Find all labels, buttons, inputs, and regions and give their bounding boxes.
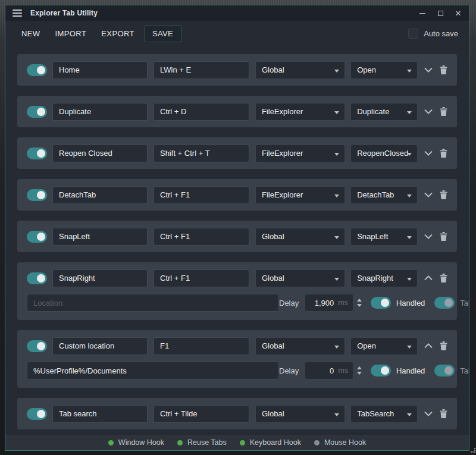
resize-grip-icon[interactable]: [471, 448, 475, 453]
new-button[interactable]: NEW: [16, 26, 46, 42]
location-input[interactable]: [27, 362, 279, 379]
spin-up-icon[interactable]: [357, 299, 362, 302]
expand-chevron-icon[interactable]: [424, 234, 433, 239]
scope-dropdown[interactable]: Global: [255, 61, 345, 79]
app-window: Explorer Tab Utility ✕ NEW IMPORT EXPORT…: [5, 5, 469, 451]
enabled-toggle[interactable]: [27, 64, 47, 76]
action-dropdown[interactable]: DetachTab: [350, 186, 418, 204]
expand-chevron-icon[interactable]: [424, 343, 433, 349]
hotkey-input[interactable]: [154, 186, 249, 204]
hotkey-input[interactable]: [154, 337, 249, 355]
caret-down-icon: [407, 346, 412, 349]
caret-down-icon: [334, 153, 339, 156]
status-label: Keyboard Hook: [250, 438, 301, 447]
trash-icon[interactable]: [440, 149, 447, 158]
tab-toggle[interactable]: [434, 365, 455, 376]
trash-icon[interactable]: [440, 65, 447, 74]
toggle-knob: [37, 191, 45, 199]
expand-chevron-icon[interactable]: [424, 192, 433, 197]
maximize-button[interactable]: [437, 10, 444, 17]
name-input[interactable]: [52, 103, 148, 121]
action-dropdown[interactable]: Open: [350, 61, 418, 79]
caret-down-icon: [334, 236, 339, 239]
scope-value: FileExplorer: [262, 190, 303, 199]
enabled-toggle[interactable]: [27, 148, 47, 159]
toggle-knob: [37, 410, 45, 418]
delay-input[interactable]: [310, 299, 334, 307]
hotkey-input[interactable]: [154, 269, 249, 287]
autosave-checkbox[interactable]: [408, 29, 418, 39]
scope-dropdown[interactable]: Global: [255, 269, 345, 287]
name-input[interactable]: [52, 228, 148, 246]
expand-chevron-icon[interactable]: [424, 411, 433, 416]
location-input[interactable]: [27, 294, 279, 312]
enabled-toggle[interactable]: [27, 340, 47, 352]
scope-dropdown[interactable]: Global: [255, 337, 345, 355]
name-input[interactable]: [52, 337, 148, 355]
enabled-toggle[interactable]: [27, 231, 47, 243]
spin-up-icon[interactable]: [357, 366, 362, 369]
toggle-knob: [37, 149, 45, 158]
export-button[interactable]: EXPORT: [96, 26, 140, 42]
hotkey-input[interactable]: [154, 61, 249, 79]
status-item: Reuse Tabs: [177, 438, 227, 447]
hotkey-input[interactable]: [154, 145, 249, 162]
hotkey-row: Global TabSearch: [17, 398, 457, 429]
action-value: SnapLeft: [357, 232, 388, 241]
action-dropdown[interactable]: SnapLeft: [350, 228, 418, 246]
action-dropdown[interactable]: ReopenClosed: [350, 145, 418, 162]
expand-chevron-icon[interactable]: [424, 275, 433, 281]
trash-icon[interactable]: [440, 232, 447, 241]
expand-chevron-icon[interactable]: [424, 109, 433, 114]
name-input[interactable]: [52, 405, 148, 423]
name-input[interactable]: [52, 186, 148, 204]
enabled-toggle[interactable]: [27, 106, 47, 118]
status-dot-icon: [314, 440, 320, 445]
autosave-label: Auto save: [424, 29, 458, 38]
tab-toggle[interactable]: [434, 297, 455, 309]
enabled-toggle[interactable]: [27, 408, 47, 420]
hotkey-row: Global Open: [17, 54, 457, 86]
caret-down-icon: [407, 70, 412, 73]
hotkey-input[interactable]: [154, 228, 249, 246]
trash-icon[interactable]: [440, 341, 447, 350]
hotkey-input[interactable]: [154, 405, 249, 423]
name-input[interactable]: [52, 61, 148, 79]
scope-dropdown[interactable]: FileExplorer: [255, 145, 345, 162]
delay-input[interactable]: [310, 366, 334, 375]
handled-toggle[interactable]: [371, 297, 391, 309]
save-button[interactable]: SAVE: [144, 25, 181, 42]
name-input[interactable]: [52, 269, 148, 287]
hamburger-menu-icon[interactable]: [12, 10, 22, 17]
trash-icon[interactable]: [440, 409, 447, 418]
window-title: Explorer Tab Utility: [30, 9, 98, 17]
scope-dropdown[interactable]: Global: [255, 228, 345, 246]
action-dropdown[interactable]: Duplicate: [350, 103, 418, 121]
handled-toggle[interactable]: [371, 365, 391, 376]
spin-down-icon[interactable]: [357, 372, 362, 375]
action-dropdown[interactable]: TabSearch: [350, 405, 418, 423]
action-dropdown[interactable]: Open: [350, 337, 418, 355]
enabled-toggle[interactable]: [27, 272, 47, 284]
trash-icon[interactable]: [440, 274, 447, 283]
minimize-button[interactable]: [419, 10, 426, 17]
expand-chevron-icon[interactable]: [424, 67, 433, 73]
status-label: Mouse Hook: [324, 438, 366, 447]
caret-down-icon: [407, 194, 412, 197]
handled-label: Handled: [396, 366, 425, 375]
scope-dropdown[interactable]: FileExplorer: [255, 186, 345, 204]
close-button[interactable]: ✕: [455, 10, 462, 17]
action-dropdown[interactable]: SnapRight: [350, 269, 418, 287]
expand-chevron-icon[interactable]: [424, 150, 433, 156]
name-input[interactable]: [52, 145, 148, 162]
spin-down-icon[interactable]: [357, 304, 362, 307]
enabled-toggle[interactable]: [27, 189, 47, 201]
scope-dropdown[interactable]: Global: [255, 405, 345, 423]
import-button[interactable]: IMPORT: [50, 26, 92, 42]
trash-icon[interactable]: [440, 107, 447, 116]
scope-value: Global: [262, 274, 284, 283]
scope-dropdown[interactable]: FileExplorer: [255, 103, 345, 121]
status-item: Mouse Hook: [314, 438, 366, 447]
trash-icon[interactable]: [440, 190, 447, 199]
hotkey-input[interactable]: [154, 103, 249, 121]
